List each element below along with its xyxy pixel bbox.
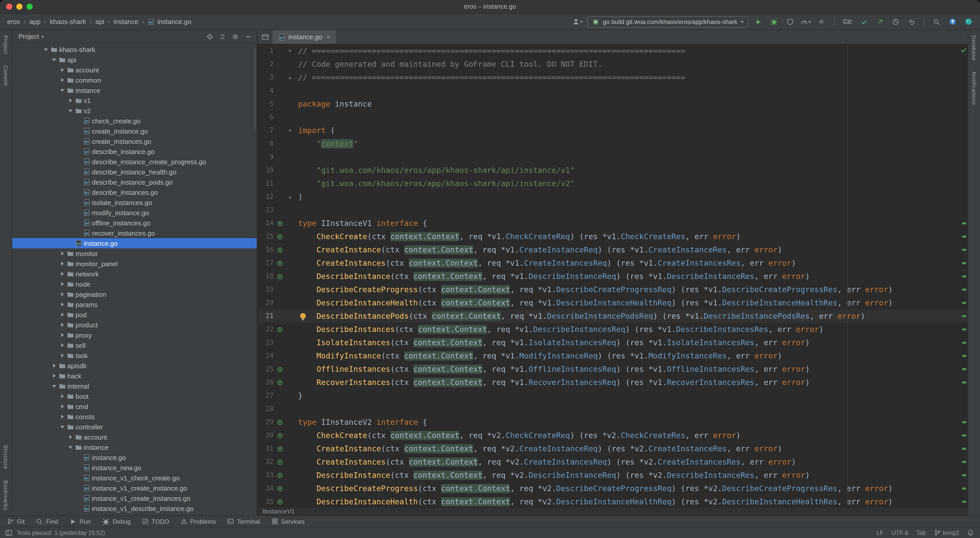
tree-row[interactable]: goinstance_v1_check_create.go <box>12 473 257 483</box>
code-line[interactable]: 27} <box>257 389 968 402</box>
implemented-gutter-icon[interactable] <box>274 469 286 482</box>
vcs-change-mark[interactable] <box>962 435 966 436</box>
search-everywhere-button[interactable] <box>931 16 942 27</box>
tree-row[interactable]: boot <box>12 391 257 402</box>
vcs-change-mark[interactable] <box>962 421 966 423</box>
breadcrumb-item[interactable]: app <box>29 18 40 25</box>
code-line[interactable]: 24 ModifyInstance(ctx context.Context, r… <box>257 349 968 363</box>
tree-row[interactable]: goisolate_instances.go <box>12 197 257 208</box>
vcs-change-mark[interactable] <box>962 289 966 291</box>
tree-collapsed-chevron[interactable] <box>59 313 66 317</box>
tree-collapsed-chevron[interactable] <box>59 292 66 296</box>
git-branch-widget[interactable]: temp2 <box>934 529 959 536</box>
tool-window-button-terminal[interactable]: Terminal <box>227 518 260 525</box>
code-line[interactable]: 17 CreateInstances(ctx context.Context, … <box>257 257 968 270</box>
tree-row[interactable]: api <box>12 55 257 65</box>
code-line[interactable]: 15 CheckCreate(ctx context.Context, req … <box>257 230 968 243</box>
coverage-button[interactable] <box>784 16 795 27</box>
code-line[interactable]: 10 "git.woa.com/khaos/eros/app/khaos-sha… <box>257 164 968 177</box>
tree-row[interactable]: network <box>12 269 257 279</box>
code-line[interactable]: 32 CreateInstances(ctx context.Context, … <box>257 455 968 469</box>
implemented-gutter-icon[interactable] <box>274 455 286 469</box>
settings-gear-icon[interactable] <box>232 33 239 40</box>
run-button[interactable] <box>752 16 764 27</box>
vcs-change-mark[interactable] <box>962 487 966 490</box>
implemented-gutter-icon[interactable] <box>274 270 286 283</box>
tree-row[interactable]: node <box>12 279 257 289</box>
tree-collapsed-chevron[interactable] <box>59 343 66 347</box>
collapse-all-icon[interactable] <box>219 33 226 40</box>
code-line[interactable]: 34 DescribeCreateProgress(ctx context.Co… <box>257 482 968 495</box>
implemented-gutter-icon[interactable] <box>274 376 286 389</box>
tree-collapsed-chevron[interactable] <box>59 262 66 266</box>
code-line[interactable]: 4 <box>257 84 968 97</box>
code-line[interactable]: 29type IInstanceV2 interface { <box>257 416 968 429</box>
tree-row[interactable]: pod <box>12 309 257 320</box>
code-line[interactable]: 30 CheckCreate(ctx context.Context, req … <box>257 429 968 442</box>
code-line[interactable]: 2// Code generated and maintained by GoF… <box>257 58 968 71</box>
tree-row[interactable]: apisdk <box>12 360 257 371</box>
tree-expanded-chevron[interactable] <box>51 59 58 61</box>
tree-collapsed-chevron[interactable] <box>51 374 58 378</box>
tree-collapsed-chevron[interactable] <box>59 251 66 256</box>
tree-row[interactable]: goinstance_v1_describe_instance.go <box>12 503 257 514</box>
vcs-change-mark[interactable] <box>962 222 966 224</box>
tree-expanded-chevron[interactable] <box>51 385 58 387</box>
code-line[interactable]: 1▾// ===================================… <box>257 44 968 58</box>
tool-stripe-project[interactable]: Project <box>3 35 9 54</box>
tool-window-button-todo[interactable]: TODO <box>142 518 169 525</box>
tree-row[interactable]: consts <box>12 411 257 422</box>
breadcrumb-item[interactable]: khaos-shark <box>50 18 86 25</box>
tree-row[interactable]: gocreate_instance.go <box>12 126 257 136</box>
code-line[interactable]: 14type IInstanceV1 interface { <box>257 217 968 230</box>
tree-collapsed-chevron[interactable] <box>59 302 66 306</box>
implemented-gutter-icon[interactable] <box>274 257 286 270</box>
tree-collapsed-chevron[interactable] <box>59 78 66 82</box>
code-line[interactable]: 21 DescribeInstancePods(ctx context.Cont… <box>257 309 968 323</box>
tool-stripe-bookmarks[interactable]: Bookmarks <box>3 481 9 511</box>
code-line[interactable]: 16 CreateInstance(ctx context.Context, r… <box>257 243 968 257</box>
vcs-change-mark[interactable] <box>962 461 966 463</box>
tree-expanded-chevron[interactable] <box>59 89 66 92</box>
inspections-ok-icon[interactable] <box>960 46 967 54</box>
tree-expanded-chevron[interactable] <box>59 425 66 428</box>
tree-row[interactable]: goinstance_v1_create_instance.go <box>12 483 257 493</box>
tool-window-button-problems[interactable]: Problems <box>180 518 216 525</box>
tree-row[interactable]: sell <box>12 340 257 350</box>
user-avatar[interactable]: ▾ <box>572 16 583 27</box>
vcs-change-mark[interactable] <box>962 448 966 450</box>
tree-row[interactable]: gomodify_instance.go <box>12 208 257 218</box>
implemented-gutter-icon[interactable] <box>274 429 286 442</box>
rollback-button[interactable] <box>906 16 917 27</box>
tree-row[interactable]: task <box>12 350 257 360</box>
tree-row[interactable]: product <box>12 320 257 330</box>
profiler-button[interactable]: ▾ <box>800 16 811 27</box>
tree-collapsed-chevron[interactable] <box>59 272 66 276</box>
code-line[interactable]: 7▾import ( <box>257 124 968 137</box>
git-update-button[interactable] <box>859 16 870 27</box>
tree-collapsed-chevron[interactable] <box>51 363 58 368</box>
tree-row[interactable]: godescribe_instances.go <box>12 187 257 197</box>
tree-row[interactable]: gorecover_instances.go <box>12 228 257 238</box>
code-editor[interactable]: 1▾// ===================================… <box>257 44 968 507</box>
tree-row[interactable]: controller <box>12 422 257 432</box>
tree-row[interactable]: goinstance_new.go <box>12 462 257 473</box>
tool-stripe-commit[interactable]: Commit <box>3 65 9 86</box>
tool-window-switcher-icon[interactable] <box>5 529 12 536</box>
vcs-change-mark[interactable] <box>962 381 966 384</box>
tool-window-button-git[interactable]: Git <box>7 518 25 525</box>
tool-window-button-services[interactable]: Services <box>271 518 304 525</box>
code-line[interactable]: 3▴// ===================================… <box>257 71 968 84</box>
tree-row[interactable]: goinstance.go <box>12 238 257 248</box>
tree-row[interactable]: params <box>12 299 257 309</box>
implemented-gutter-icon[interactable] <box>274 482 286 495</box>
vcs-change-mark[interactable] <box>962 474 966 476</box>
implemented-gutter-icon[interactable] <box>274 230 286 243</box>
tree-collapsed-chevron[interactable] <box>59 333 66 337</box>
implemented-gutter-icon[interactable] <box>274 323 286 336</box>
tree-expanded-chevron[interactable] <box>67 110 74 112</box>
tree-row[interactable]: godescribe_instance_create_progress.go <box>12 157 257 167</box>
implemented-gutter-icon[interactable] <box>274 442 286 455</box>
tree-collapsed-chevron[interactable] <box>67 98 74 103</box>
tree-row[interactable]: pagination <box>12 289 257 299</box>
